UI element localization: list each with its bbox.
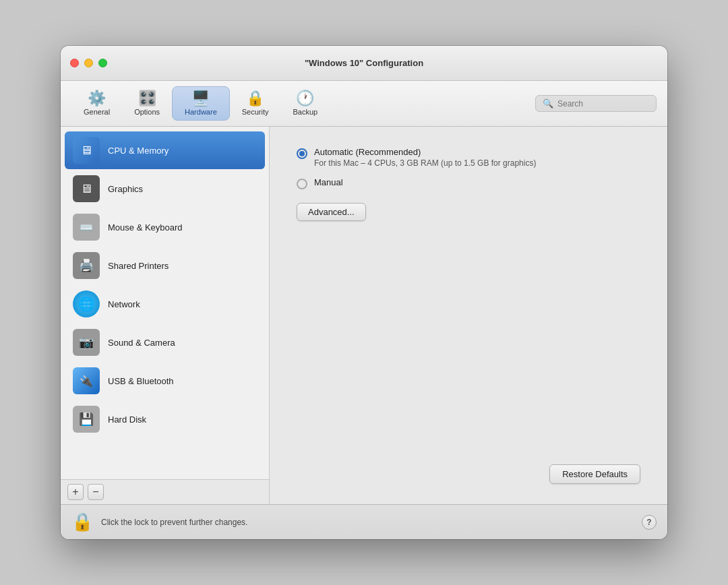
sidebar-item-sound-camera[interactable]: 📷 Sound & Camera <box>65 324 265 361</box>
search-box: 🔍 <box>535 95 657 112</box>
search-icon: 🔍 <box>543 98 553 109</box>
sidebar-item-graphics[interactable]: 🖥 Graphics <box>65 170 265 208</box>
window-title: "Windows 10" Configuration <box>305 58 423 68</box>
content-area: Automatic (Recommended) For this Mac – 4… <box>270 127 667 504</box>
tab-hardware-label: Hardware <box>185 108 217 116</box>
add-button[interactable]: + <box>67 484 84 500</box>
sidebar: 🖥 CPU & Memory 🖥 Graphics ⌨️ Mouse & Key… <box>61 127 270 504</box>
tab-security[interactable]: 🔒 Security <box>230 87 281 120</box>
tab-security-label: Security <box>242 108 269 116</box>
remove-button[interactable]: − <box>88 484 104 500</box>
network-label: Network <box>108 299 140 309</box>
cpu-icon: 🖥 <box>73 137 100 164</box>
titlebar: "Windows 10" Configuration <box>61 46 667 81</box>
restore-defaults-button[interactable]: Restore Defaults <box>549 464 640 484</box>
globe-icon: 🌐 <box>73 290 100 317</box>
shared-printers-label: Shared Printers <box>108 261 169 271</box>
main-content: 🖥 CPU & Memory 🖥 Graphics ⌨️ Mouse & Key… <box>61 127 667 504</box>
tab-hardware[interactable]: 🖥️ Hardware <box>172 86 230 121</box>
disk-icon: 💾 <box>73 406 100 433</box>
minimize-button[interactable] <box>84 59 93 67</box>
maximize-button[interactable] <box>98 59 107 67</box>
tab-group: ⚙️ General 🎛️ Options 🖥️ Hardware 🔒 Secu… <box>71 86 533 121</box>
radio-manual[interactable] <box>297 179 307 189</box>
tab-backup[interactable]: 🕐 Backup <box>281 87 330 120</box>
backup-icon: 🕐 <box>296 91 314 106</box>
usb-bluetooth-label: USB & Bluetooth <box>108 376 174 386</box>
hard-disk-label: Hard Disk <box>108 414 146 425</box>
sidebar-item-cpu-memory[interactable]: 🖥 CPU & Memory <box>65 131 265 169</box>
sidebar-item-hard-disk[interactable]: 💾 Hard Disk <box>65 400 265 438</box>
cpu-memory-label: CPU & Memory <box>108 146 169 156</box>
tab-backup-label: Backup <box>293 108 318 116</box>
printer-icon: 🖨️ <box>73 252 100 279</box>
tab-general-label: General <box>84 108 110 116</box>
window: "Windows 10" Configuration ⚙️ General 🎛️… <box>61 46 667 539</box>
automatic-sublabel: For this Mac – 4 CPUs, 3 GB RAM (up to 1… <box>314 158 536 168</box>
lock-icon[interactable]: 🔒 <box>71 512 93 532</box>
security-icon: 🔒 <box>246 91 264 106</box>
sidebar-item-usb-bluetooth[interactable]: 🔌 USB & Bluetooth <box>65 362 265 400</box>
monitor-icon: 🖥 <box>73 175 100 202</box>
sidebar-item-mouse-keyboard[interactable]: ⌨️ Mouse & Keyboard <box>65 208 265 246</box>
graphics-label: Graphics <box>108 184 143 194</box>
radio-automatic[interactable] <box>297 148 307 159</box>
help-button[interactable]: ? <box>642 515 657 530</box>
tab-general[interactable]: ⚙️ General <box>71 87 122 120</box>
mouse-keyboard-label: Mouse & Keyboard <box>108 222 183 233</box>
toolbar: ⚙️ General 🎛️ Options 🖥️ Hardware 🔒 Secu… <box>61 81 667 127</box>
hardware-icon: 🖥️ <box>191 91 210 106</box>
radio-option-manual[interactable]: Manual <box>297 177 640 189</box>
sidebar-item-shared-printers[interactable]: 🖨️ Shared Printers <box>65 247 265 284</box>
sidebar-item-network[interactable]: 🌐 Network <box>65 285 265 323</box>
close-button[interactable] <box>70 59 79 67</box>
general-icon: ⚙️ <box>88 91 106 106</box>
statusbar: 🔒 Click the lock to prevent further chan… <box>61 504 667 539</box>
search-input[interactable] <box>557 99 649 109</box>
sidebar-footer: + − <box>61 479 269 504</box>
status-text: Click the lock to prevent further change… <box>101 518 634 527</box>
keyboard-icon: ⌨️ <box>73 214 100 241</box>
traffic-lights <box>70 59 107 67</box>
automatic-label: Automatic (Recommended) <box>314 147 536 157</box>
manual-label: Manual <box>314 177 343 187</box>
radio-group: Automatic (Recommended) For this Mac – 4… <box>297 147 640 189</box>
sound-camera-label: Sound & Camera <box>108 338 175 348</box>
usb-icon: 🔌 <box>73 367 100 394</box>
tab-options-label: Options <box>134 108 160 116</box>
sound-icon: 📷 <box>73 329 100 356</box>
options-icon: 🎛️ <box>138 91 156 106</box>
advanced-button[interactable]: Advanced... <box>297 203 366 221</box>
tab-options[interactable]: 🎛️ Options <box>122 87 172 120</box>
sidebar-list: 🖥 CPU & Memory 🖥 Graphics ⌨️ Mouse & Key… <box>61 127 269 479</box>
radio-option-automatic[interactable]: Automatic (Recommended) For this Mac – 4… <box>297 147 640 168</box>
